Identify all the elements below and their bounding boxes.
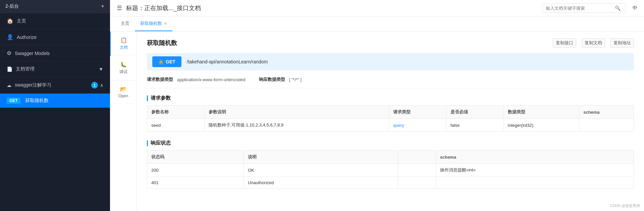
api-doc-area: 获取随机数 复制接口 复制文档 复制地址 🔒 GET /takehand-api… — [137, 32, 644, 211]
col-status-desc: 说明 — [244, 151, 398, 164]
content-area: 📋 文档 🐛 调试 📂 Open 获取随机数 复制接口 复制文档 复制地址 — [110, 32, 644, 211]
get-method-button[interactable]: 🔒 GET — [152, 56, 181, 67]
tab-random-close-btn[interactable]: ✕ — [164, 21, 167, 26]
status-code-cell: 200 — [147, 164, 244, 177]
tab-random[interactable]: 获取随机数 ✕ — [135, 16, 172, 31]
page-title: 标题：正在加载..._接口文档 — [126, 4, 538, 12]
request-data-type-label: 请求数据类型 — [147, 76, 173, 83]
table-row: seed 随机数种子,可用值:1,10,2,3,4,5,6,7,8,9 quer… — [147, 119, 634, 132]
query-type-badge[interactable]: query — [393, 123, 404, 128]
section-bar-icon — [147, 95, 148, 101]
tab-random-label: 获取随机数 — [140, 20, 162, 27]
request-data-type: 请求数据类型 application/x-www-form-urlencoded — [147, 76, 246, 83]
col-status-schema: schema — [436, 151, 634, 164]
sidebar-api-label: 获取随机数 — [25, 98, 49, 104]
sub-nav-doc-label: 文档 — [120, 45, 128, 50]
response-data-type: 响应数据类型 [ "*/*" ] — [259, 76, 302, 83]
table-row: 401 Unauthorized — [147, 177, 634, 189]
sub-nav-debug-label: 调试 — [119, 69, 127, 75]
copy-doc-btn[interactable]: 复制文档 — [582, 38, 605, 48]
col-data-type: 数据类型 — [503, 106, 579, 119]
sidebar-item-doc-management[interactable]: 📄 文档管理 ▼ — [0, 61, 110, 77]
param-data-type-cell: integer(int32) — [503, 119, 579, 132]
sub-nav-doc[interactable]: 📋 文档 — [110, 32, 137, 56]
api-actions: 复制接口 复制文档 复制地址 — [553, 38, 634, 48]
response-status-section-header: 响应状态 — [147, 140, 634, 146]
params-table: 参数名称 参数说明 请求类型 是否必须 数据类型 schema seed 随机数… — [147, 105, 634, 132]
sidebar-doc-management-label: 文档管理 — [16, 66, 35, 72]
data-types-row: 请求数据类型 application/x-www-form-urlencoded… — [147, 76, 634, 88]
response-section-bar-icon — [147, 140, 148, 146]
tab-home[interactable]: 主页 — [115, 16, 135, 31]
lang-btn[interactable]: 中 — [633, 5, 637, 11]
sub-nav-debug[interactable]: 🐛 调试 — [110, 56, 137, 81]
status-table: 状态码 说明 schema 200 OK 操作消息提醒«int» 401 — [147, 150, 634, 189]
home-icon: 🏠 — [7, 18, 13, 24]
swagger-models-icon: ⚙ — [7, 50, 11, 56]
sidebar-authorize-label: Authorize — [17, 35, 37, 40]
debug-nav-icon: 🐛 — [120, 61, 127, 68]
sidebar-item-authorize[interactable]: 👤 Authorize — [0, 29, 110, 45]
header: ☰ 标题：正在加载..._接口文档 🔍 中 — [110, 0, 644, 16]
watermark: CSDN @菠是男神 — [610, 203, 640, 208]
sidebar-api-get-random[interactable]: GET 获取随机数 — [0, 94, 110, 108]
col-req-type: 请求类型 — [389, 106, 446, 119]
param-schema-cell — [579, 119, 634, 132]
project-dropdown-label: 2-后台 — [5, 3, 19, 9]
status-desc-cell-401: Unauthorized — [244, 177, 398, 189]
col-required: 是否必须 — [446, 106, 504, 119]
cloud-icon: ☁ — [7, 83, 11, 88]
col-status-extra — [398, 151, 436, 164]
status-extra-cell-401 — [398, 177, 436, 189]
response-status-title: 响应状态 — [151, 140, 171, 146]
sub-nav: 📋 文档 🐛 调试 📂 Open — [110, 32, 137, 211]
param-required-cell: false — [446, 119, 504, 132]
dropdown-arrow-icon: ▼ — [101, 4, 105, 9]
api-group-arrow-icon: ∧ — [100, 83, 103, 88]
sidebar-item-home[interactable]: 🏠 主页 — [0, 13, 110, 29]
col-status-code: 状态码 — [147, 151, 244, 164]
sub-nav-open[interactable]: 📂 Open — [110, 81, 137, 104]
table-row: 200 OK 操作消息提醒«int» — [147, 164, 634, 177]
endpoint-url: /takehand-api/annotationLearn/random — [187, 59, 268, 64]
param-name-cell: seed — [147, 119, 205, 132]
status-schema-cell-401 — [436, 177, 634, 189]
param-desc-cell: 随机数种子,可用值:1,10,2,3,4,5,6,7,8,9 — [204, 119, 389, 132]
status-schema-cell: 操作消息提醒«int» — [436, 164, 634, 177]
col-param-desc: 参数说明 — [204, 106, 389, 119]
tab-bar: 主页 获取随机数 ✕ — [110, 16, 644, 32]
open-nav-icon: 📂 — [120, 86, 127, 92]
api-endpoint-row: 🔒 GET /takehand-api/annotationLearn/rand… — [147, 53, 634, 70]
get-label: GET — [166, 59, 175, 64]
authorize-icon: 👤 — [7, 34, 13, 40]
sidebar-home-label: 主页 — [17, 18, 26, 24]
sidebar-item-api-group[interactable]: ☁ swagger注解学习 1 ∧ — [0, 77, 110, 94]
status-table-header-row: 状态码 说明 schema — [147, 151, 634, 164]
copy-api-btn[interactable]: 复制接口 — [553, 38, 576, 48]
sidebar-item-swagger-models[interactable]: ⚙ Swagger Models — [0, 45, 110, 61]
doc-management-icon: 📄 — [7, 66, 12, 72]
api-doc-header: 获取随机数 复制接口 复制文档 复制地址 — [147, 38, 634, 48]
request-params-title: 请求参数 — [151, 95, 171, 101]
doc-nav-icon: 📋 — [120, 37, 127, 43]
request-params-section-header: 请求参数 — [147, 95, 634, 101]
main-content: ☰ 标题：正在加载..._接口文档 🔍 中 主页 获取随机数 ✕ 📋 文档 🐛 … — [110, 0, 644, 211]
response-data-type-label: 响应数据类型 — [259, 76, 285, 83]
search-icon[interactable]: 🔍 — [615, 5, 621, 11]
menu-icon[interactable]: ☰ — [117, 4, 122, 12]
search-input[interactable] — [546, 6, 613, 11]
status-code-cell-401: 401 — [147, 177, 244, 189]
copy-url-btn[interactable]: 复制地址 — [610, 38, 634, 48]
sidebar-api-group-label: swagger注解学习 — [15, 82, 51, 88]
search-box: 🔍 — [542, 3, 626, 13]
response-data-type-value: [ "*/*" ] — [289, 77, 302, 82]
doc-management-arrow-icon: ▼ — [99, 66, 103, 72]
status-extra-cell — [398, 164, 436, 177]
get-method-badge: GET — [7, 98, 20, 104]
col-param-name: 参数名称 — [147, 106, 205, 119]
param-type-cell: query — [389, 119, 446, 132]
sidebar-swagger-models-label: Swagger Models — [15, 51, 50, 56]
col-schema: schema — [579, 106, 634, 119]
params-table-header-row: 参数名称 参数说明 请求类型 是否必须 数据类型 schema — [147, 106, 634, 119]
project-dropdown[interactable]: 2-后台 ▼ — [0, 0, 110, 13]
